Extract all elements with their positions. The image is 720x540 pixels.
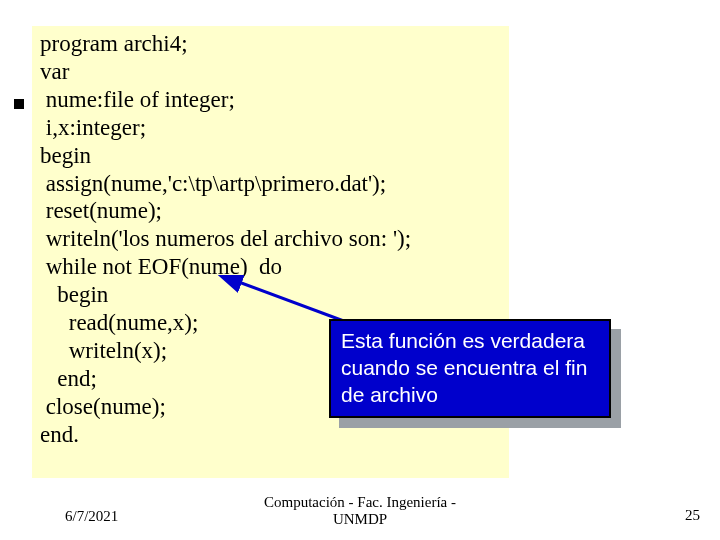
callout-box: Esta función es verdadera cuando se encu… xyxy=(329,319,611,418)
bullet-marker xyxy=(14,99,24,109)
callout-text: cuando se encuentra el fin xyxy=(341,354,599,381)
footer-page-number: 25 xyxy=(685,507,700,524)
code-line: assign(nume,'c:\tp\artp\primero.dat'); xyxy=(40,170,501,198)
code-line: begin xyxy=(40,281,501,309)
code-line: i,x:integer; xyxy=(40,114,501,142)
callout-text: Esta función es verdadera xyxy=(341,327,599,354)
code-line: nume:file of integer; xyxy=(40,86,501,114)
code-line: writeln('los numeros del archivo son: ')… xyxy=(40,225,501,253)
code-line: reset(nume); xyxy=(40,197,501,225)
code-line: while not EOF(nume) do xyxy=(40,253,501,281)
footer-line: Computación - Fac. Ingeniería - xyxy=(0,494,720,511)
code-line: program archi4; xyxy=(40,30,501,58)
code-line: begin xyxy=(40,142,501,170)
code-line: var xyxy=(40,58,501,86)
callout-text: de archivo xyxy=(341,381,599,408)
footer-line: UNMDP xyxy=(0,511,720,528)
footer-center: Computación - Fac. Ingeniería - UNMDP xyxy=(0,494,720,528)
